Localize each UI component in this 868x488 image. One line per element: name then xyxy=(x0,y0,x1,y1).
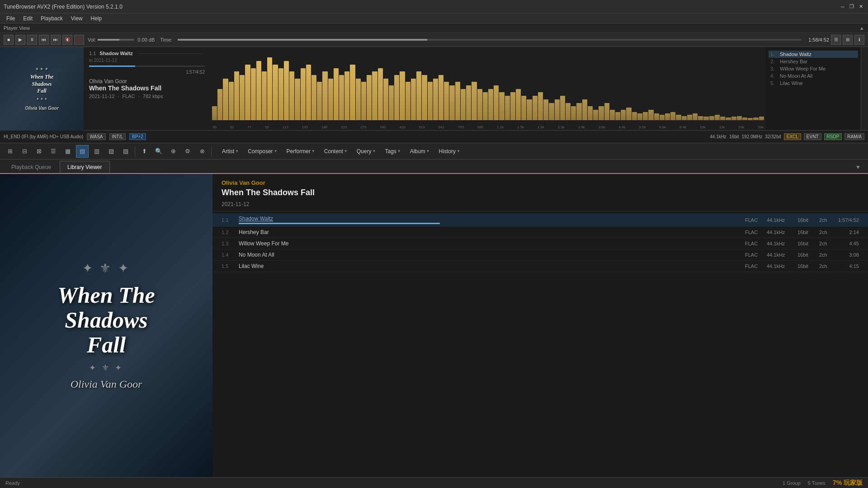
spec-bar-48 xyxy=(477,89,482,120)
track-row-5[interactable]: 1.5 Lilac Wine FLAC 44.1kHz 16bit 2ch 4:… xyxy=(212,261,868,272)
mini-track-3[interactable]: 3. Willow Weep For Me xyxy=(769,65,858,72)
menu-composer[interactable]: Composer ▼ xyxy=(244,146,281,156)
minimize-button[interactable]: ─ xyxy=(839,3,846,10)
spec-bar-24 xyxy=(344,71,349,120)
spec-bar-1 xyxy=(217,89,222,120)
track-num-3: 1.3 xyxy=(222,241,235,246)
toolbar-icon-9[interactable]: ▨ xyxy=(119,145,132,158)
mini-track-4[interactable]: 4. No Moon At All xyxy=(769,72,858,80)
menu-query[interactable]: Query ▼ xyxy=(353,146,380,156)
spectrum-bars xyxy=(210,47,766,130)
spec-bar-39 xyxy=(428,82,433,120)
album-arrow: ▼ xyxy=(426,149,430,153)
excl-badge: EXCL xyxy=(784,133,801,140)
toolbar-icon-11[interactable]: 🔍 xyxy=(152,145,165,158)
toolbar-icon-7[interactable]: ▥ xyxy=(90,145,103,158)
next-button[interactable]: ⏭ xyxy=(51,35,61,45)
spec-bar-42 xyxy=(444,82,449,120)
menu-playback[interactable]: Playback xyxy=(37,14,66,23)
play-button[interactable]: ▶ xyxy=(15,35,25,45)
menu-album[interactable]: Album ▼ xyxy=(406,146,434,156)
toolbar-icon-10[interactable]: ⬆ xyxy=(138,145,151,158)
menu-artist[interactable]: Artist ▼ xyxy=(218,146,243,156)
menu-file[interactable]: File xyxy=(3,14,19,23)
spec-bar-73 xyxy=(615,112,620,120)
mini-track-1[interactable]: 1. Shadow Waltz xyxy=(769,51,858,58)
spec-bar-26 xyxy=(356,79,361,120)
track-row-4[interactable]: 1.4 No Moon At All FLAC 44.1kHz 16bit 2c… xyxy=(212,249,868,261)
record-button[interactable]: ● xyxy=(74,35,84,45)
spec-bar-97 xyxy=(748,118,753,120)
spec-bar-0 xyxy=(212,106,217,120)
watermark-badge: 7% 玩家版 xyxy=(833,479,863,487)
mini-track-2[interactable]: 2. Hershey Bar xyxy=(769,58,858,65)
spectrum-label: 10k xyxy=(700,125,706,129)
view-expand-button[interactable]: ▲ xyxy=(859,25,864,31)
view-button[interactable]: ⊞ xyxy=(843,35,853,45)
stop-button[interactable]: ■ xyxy=(4,35,14,45)
pause-button[interactable]: ⏸ xyxy=(27,35,37,45)
menu-view[interactable]: View xyxy=(67,14,86,23)
tab-library-viewer[interactable]: Library Viewer xyxy=(60,161,109,174)
spec-bar-85 xyxy=(682,116,687,120)
spectrum-label: 145 xyxy=(302,125,308,129)
bitdepth-info: 16bit xyxy=(729,134,739,139)
spec-bar-92 xyxy=(720,117,725,120)
menu-content[interactable]: Content ▼ xyxy=(320,146,352,156)
spec-bar-54 xyxy=(510,92,515,120)
track-list: 1.1 Shadow Waltz FLAC 44.1kHz 16bit 2ch … xyxy=(212,211,868,477)
track-progress-bar[interactable] xyxy=(89,66,205,67)
toolbar-icon-6[interactable]: ▤ xyxy=(76,145,89,158)
track-row-3[interactable]: 1.3 Willow Weep For Me FLAC 44.1kHz 16bi… xyxy=(212,238,868,249)
info-button[interactable]: ℹ xyxy=(854,35,864,45)
history-arrow: ▼ xyxy=(457,149,460,153)
track-number: 1.1 xyxy=(89,51,96,56)
menu-tags[interactable]: Tags ▼ xyxy=(381,146,405,156)
toolbar-icon-1[interactable]: ⊞ xyxy=(4,145,16,158)
time-slider[interactable] xyxy=(178,39,801,41)
spec-bar-56 xyxy=(521,96,526,120)
menu-help[interactable]: Help xyxy=(87,14,106,23)
track-row-1[interactable]: 1.1 Shadow Waltz FLAC 44.1kHz 16bit 2ch … xyxy=(212,213,868,227)
spectrum-label: 3.6k xyxy=(599,125,605,129)
track-row-2[interactable]: 1.2 Hershey Bar FLAC 44.1kHz 16bit 2ch 2… xyxy=(212,227,868,238)
spec-bar-55 xyxy=(516,89,521,120)
toolbar-icon-8[interactable]: ▧ xyxy=(105,145,118,158)
spec-bar-13 xyxy=(284,61,289,120)
spec-bar-67 xyxy=(582,99,587,120)
left-album-art: ✦ ⚜ ✦ When TheShadowsFall ✦ ⚜ ✦ Olivia V… xyxy=(0,174,212,477)
spectrum-analyzer: 5062779511714518022327534042051964179398… xyxy=(210,47,766,130)
prev-button[interactable]: ⏮ xyxy=(39,35,49,45)
spec-bar-22 xyxy=(334,68,339,121)
menu-performer[interactable]: Performer ▼ xyxy=(283,146,319,156)
menu-edit[interactable]: Edit xyxy=(19,14,36,23)
toolbar-icon-2[interactable]: ⊟ xyxy=(18,145,31,158)
toolbar-icon-13[interactable]: ⚙ xyxy=(181,145,194,158)
spec-bar-77 xyxy=(637,113,642,120)
artist-name: Olivia Van Goor xyxy=(89,78,205,84)
spec-bar-63 xyxy=(560,96,565,120)
toolbar-icon-3[interactable]: ⊠ xyxy=(33,145,45,158)
restore-button[interactable]: ❐ xyxy=(848,3,855,10)
spectrum-label: 793 xyxy=(458,125,464,129)
db-label: 0.00 dB xyxy=(137,37,155,42)
toolbar-icon-5[interactable]: ▦ xyxy=(61,145,74,158)
toolbar-icon-14[interactable]: ⊗ xyxy=(196,145,208,158)
player-scrollbar[interactable] xyxy=(861,47,868,130)
mini-track-5[interactable]: 5. Lilac Wine xyxy=(769,80,858,87)
mute-button[interactable]: 🔇 xyxy=(62,35,72,45)
toolbar-icon-12[interactable]: ⊕ xyxy=(167,145,179,158)
playlist-button[interactable]: ☰ xyxy=(831,35,841,45)
tab-playback-queue[interactable]: Playback Queue xyxy=(4,161,59,173)
track-dur-1: 1:57/4:52 xyxy=(836,217,859,223)
spec-bar-66 xyxy=(576,103,581,121)
volume-slider[interactable] xyxy=(98,39,134,41)
tabs-collapse-button[interactable]: ▼ xyxy=(852,161,864,173)
volume-fill xyxy=(98,39,119,41)
spec-bar-52 xyxy=(499,92,504,120)
spec-bar-34 xyxy=(400,71,405,120)
toolbar-icon-4[interactable]: ☰ xyxy=(47,145,60,158)
close-button[interactable]: ✕ xyxy=(857,3,864,10)
spec-bar-20 xyxy=(322,71,327,120)
menu-history[interactable]: History ▼ xyxy=(435,146,464,156)
